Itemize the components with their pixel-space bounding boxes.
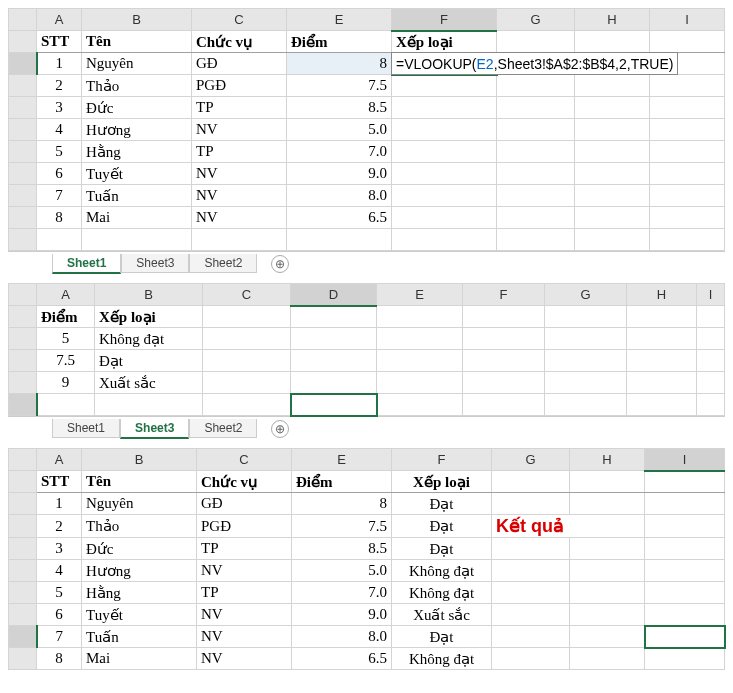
table-row: 3ĐứcTP8.5Đạt [9, 538, 725, 560]
cell[interactable] [650, 31, 725, 53]
tab-sheet2[interactable]: Sheet2 [189, 254, 257, 273]
hdr-chucvu[interactable]: Chức vụ [197, 471, 292, 493]
table-row: 5Không đạt [9, 328, 725, 350]
colhdr-F[interactable]: F [463, 284, 545, 306]
cell-stt[interactable]: 1 [37, 53, 82, 75]
hdr-xeploai[interactable]: Xếp loại [95, 306, 203, 328]
add-sheet-button[interactable]: ⊕ [271, 420, 289, 438]
column-header-row[interactable]: A B C E F G H I [9, 9, 725, 31]
table-row: 2ThảoPGĐ7.5 [9, 75, 725, 97]
colhdr-A[interactable]: A [37, 9, 82, 31]
table-row: 8MaiNV6.5 [9, 207, 725, 229]
tab-sheet3[interactable]: Sheet3 [120, 419, 189, 439]
colhdr-E[interactable]: E [377, 284, 463, 306]
plus-icon: ⊕ [275, 257, 285, 271]
table-row: 6TuyếtNV9.0Xuất sắc [9, 604, 725, 626]
table-row: 3ĐứcTP8.5 [9, 97, 725, 119]
add-sheet-button[interactable]: ⊕ [271, 255, 289, 273]
formula-edit-box[interactable]: =VLOOKUP(E2,Sheet3!$A$2:$B$4,2,TRUE) [391, 52, 678, 75]
colhdr-D[interactable]: D [291, 284, 377, 306]
hdr-xeploai[interactable]: Xếp loại [392, 471, 492, 493]
hdr-ten[interactable]: Tên [82, 31, 192, 53]
table-row: 4HươngNV5.0 [9, 119, 725, 141]
table-row: 7.5Đạt [9, 350, 725, 372]
table-row: 7TuấnNV8.0Đạt [9, 626, 725, 648]
hdr-stt[interactable]: STT [37, 471, 82, 493]
table-row: 4HươngNV5.0Không đạt [9, 560, 725, 582]
hdr-xeploai[interactable]: Xếp loại [392, 31, 497, 53]
table-row: 5HằngTP7.0Không đạt [9, 582, 725, 604]
cell[interactable] [575, 31, 650, 53]
select-all-corner[interactable] [9, 449, 37, 471]
colhdr-H[interactable]: H [627, 284, 697, 306]
active-cell-F2[interactable]: =VLOOKUP(E2,Sheet3!$A$2:$B$4,2,TRUE) [392, 53, 497, 75]
colhdr-E[interactable]: E [292, 449, 392, 471]
table-row: 6TuyếtNV9.0 [9, 163, 725, 185]
rowhdr[interactable] [9, 53, 37, 75]
colhdr-A[interactable]: A [37, 284, 95, 306]
cell-chucvu[interactable]: GĐ [192, 53, 287, 75]
colhdr-I[interactable]: I [697, 284, 725, 306]
plus-icon: ⊕ [275, 422, 285, 436]
rowhdr[interactable] [9, 31, 37, 53]
pane-sheet1: A B C E F G H I STT Tên Chức vụ Điểm Xếp… [8, 8, 725, 275]
colhdr-C[interactable]: C [197, 449, 292, 471]
colhdr-C[interactable]: C [203, 284, 291, 306]
colhdr-A[interactable]: A [37, 449, 82, 471]
empty-row [9, 229, 725, 251]
active-cell-D5[interactable] [291, 394, 377, 416]
colhdr-H[interactable]: H [575, 9, 650, 31]
sheet-tabs-pane2: Sheet1 Sheet3 Sheet2 ⊕ [8, 416, 725, 440]
colhdr-G[interactable]: G [497, 9, 575, 31]
colhdr-B[interactable]: B [95, 284, 203, 306]
tab-sheet3[interactable]: Sheet3 [121, 254, 189, 273]
active-cell-I8[interactable] [645, 626, 725, 648]
colhdr-C[interactable]: C [192, 9, 287, 31]
hdr-diem[interactable]: Điểm [287, 31, 392, 53]
select-all-corner[interactable] [9, 9, 37, 31]
pane-sheet3: A B C D E F G H I Điểm Xếp loại 5Không đ… [8, 283, 725, 440]
table-row: 1 Nguyên GĐ 8 =VLOOKUP(E2,Sheet3!$A$2:$B… [9, 53, 725, 75]
formula-ref: E2 [477, 56, 494, 72]
tab-sheet1[interactable]: Sheet1 [52, 254, 121, 274]
colhdr-F[interactable]: F [392, 449, 492, 471]
table-row: 2ThảoPGĐ7.5Đạt Kết quả [9, 515, 725, 538]
grid-pane1[interactable]: A B C E F G H I STT Tên Chức vụ Điểm Xếp… [8, 8, 725, 251]
hdr-diem[interactable]: Điểm [37, 306, 95, 328]
pane-result: A B C E F G H I STT Tên Chức vụ Điểm Xếp… [8, 448, 725, 670]
select-all-corner[interactable] [9, 284, 37, 306]
sheet-tabs-pane1: Sheet1 Sheet3 Sheet2 ⊕ [8, 251, 725, 275]
tab-sheet1[interactable]: Sheet1 [52, 419, 120, 438]
colhdr-I[interactable]: I [645, 449, 725, 471]
formula-text: ,Sheet3!$A$2:$B$4,2,TRUE) [494, 56, 674, 72]
colhdr-I[interactable]: I [650, 9, 725, 31]
table-row: 7TuấnNV8.0 [9, 185, 725, 207]
table-row: 9Xuất sắc [9, 372, 725, 394]
hdr-ten[interactable]: Tên [82, 471, 197, 493]
colhdr-E[interactable]: E [287, 9, 392, 31]
colhdr-G[interactable]: G [545, 284, 627, 306]
hdr-chucvu[interactable]: Chức vụ [192, 31, 287, 53]
colhdr-F[interactable]: F [392, 9, 497, 31]
header-data-row: STT Tên Chức vụ Điểm Xếp loại [9, 31, 725, 53]
cell[interactable] [497, 31, 575, 53]
cell-diem[interactable]: 8 [287, 53, 392, 75]
colhdr-G[interactable]: G [492, 449, 570, 471]
tab-sheet2[interactable]: Sheet2 [189, 419, 257, 438]
colhdr-B[interactable]: B [82, 449, 197, 471]
cell-ten[interactable]: Nguyên [82, 53, 192, 75]
hdr-diem[interactable]: Điểm [292, 471, 392, 493]
grid-pane2[interactable]: A B C D E F G H I Điểm Xếp loại 5Không đ… [8, 283, 725, 416]
result-callout: Kết quả [496, 516, 564, 536]
hdr-stt[interactable]: STT [37, 31, 82, 53]
colhdr-B[interactable]: B [82, 9, 192, 31]
colhdr-H[interactable]: H [570, 449, 645, 471]
formula-text: =VLOOKUP( [396, 56, 477, 72]
grid-pane3[interactable]: A B C E F G H I STT Tên Chức vụ Điểm Xếp… [8, 448, 725, 670]
table-row: 1NguyênGĐ8Đạt [9, 493, 725, 515]
table-row: 8MaiNV6.5Không đạt [9, 648, 725, 670]
table-row: 5HằngTP7.0 [9, 141, 725, 163]
